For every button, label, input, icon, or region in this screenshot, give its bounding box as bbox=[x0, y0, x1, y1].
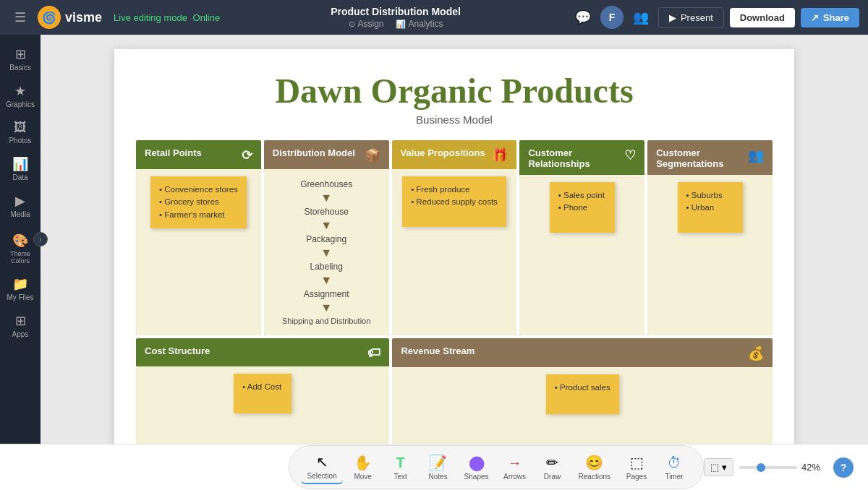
revenue-stream-note: • Product sales bbox=[546, 374, 619, 414]
tool-move[interactable]: ✋ Move bbox=[346, 451, 380, 483]
sidebar-label-media: Media bbox=[10, 210, 30, 218]
assign-link[interactable]: ⊙ Assign bbox=[349, 19, 384, 29]
customer-rel-label: Customer Relationships bbox=[528, 147, 624, 169]
revenue-stream-icon: 💰 bbox=[748, 345, 764, 361]
flow-arrow-4: ▼ bbox=[320, 275, 332, 286]
comment-icon[interactable]: 💬 bbox=[571, 6, 595, 29]
reactions-label: Reactions bbox=[579, 473, 610, 481]
sidebar-item-media[interactable]: ▶ Media bbox=[0, 187, 41, 224]
flow-assignment: Assignment bbox=[304, 288, 349, 301]
tool-text[interactable]: T Text bbox=[383, 452, 418, 483]
distribution-label: Distribution Model bbox=[273, 147, 355, 158]
tool-notes[interactable]: 📝 Notes bbox=[421, 451, 456, 483]
view-icon: ⬚ bbox=[710, 462, 719, 473]
cost-structure-icon: 🏷 bbox=[367, 345, 380, 361]
distribution-body: Greenhouses ▼ Storehouse ▼ Packaging ▼ L… bbox=[264, 169, 389, 335]
revenue-stream-cell[interactable]: Revenue Stream 💰 • Product sales bbox=[392, 338, 773, 444]
document-title: Product Distribution Model bbox=[331, 6, 461, 17]
distribution-cell[interactable]: Distribution Model 📦 Greenhouses ▼ Store… bbox=[264, 140, 389, 335]
value-props-icon: 🎁 bbox=[492, 147, 508, 163]
cost-structure-label: Cost Structure bbox=[145, 345, 210, 356]
shapes-label: Shapes bbox=[464, 473, 489, 481]
revenue-stream-label: Revenue Stream bbox=[401, 345, 475, 356]
reactions-icon: 😊 bbox=[585, 454, 603, 471]
sidebar-item-photos[interactable]: 🖼 Photos bbox=[0, 114, 41, 150]
bm-bottom-row: Cost Structure 🏷 • Add Cost Revenue Str bbox=[136, 338, 773, 444]
help-button[interactable]: ? bbox=[833, 457, 854, 478]
user-avatar: F bbox=[600, 6, 624, 29]
tool-shapes[interactable]: ⬤ Shapes bbox=[459, 451, 495, 483]
photos-icon: 🖼 bbox=[14, 120, 27, 135]
retail-points-body: • Convenience stores• Grocery stores• Fa… bbox=[136, 169, 261, 335]
zoom-slider[interactable] bbox=[739, 466, 797, 469]
canvas-area: Dawn Organic Products Business Model Ret… bbox=[41, 35, 868, 444]
tool-pages[interactable]: ⬚ Pages bbox=[619, 451, 654, 483]
menu-icon[interactable]: ☰ bbox=[9, 6, 32, 29]
share-icon: ↗ bbox=[811, 12, 819, 23]
customer-rel-cell[interactable]: Customer Relationships ♡ • Sales point• … bbox=[519, 140, 644, 335]
timer-icon: ⏱ bbox=[667, 455, 681, 471]
customer-seg-label: Customer Segmentations bbox=[656, 147, 748, 169]
sidebar: ⊞ Basics ★ Graphics 🖼 Photos 📊 Data ▶ Me… bbox=[0, 35, 41, 444]
tool-draw[interactable]: ✏ Draw bbox=[535, 451, 570, 483]
share-users-icon[interactable]: 👥 bbox=[629, 6, 652, 29]
view-chevron-icon: ▾ bbox=[722, 462, 727, 473]
selection-label: Selection bbox=[307, 472, 336, 480]
customer-rel-header: Customer Relationships ♡ bbox=[519, 140, 644, 175]
tool-arrows[interactable]: → Arrows bbox=[498, 452, 532, 483]
move-label: Move bbox=[354, 473, 371, 481]
canvas: Dawn Organic Products Business Model Ret… bbox=[114, 49, 794, 444]
sidebar-item-data[interactable]: 📊 Data bbox=[0, 150, 41, 187]
media-icon: ▶ bbox=[15, 193, 25, 209]
distribution-icon: 📦 bbox=[365, 147, 380, 163]
analytics-link[interactable]: 📊 Analytics bbox=[396, 19, 443, 29]
sidebar-item-graphics[interactable]: ★ Graphics bbox=[0, 77, 41, 114]
share-button[interactable]: ↗ Share bbox=[801, 8, 859, 27]
main-area: ⊞ Basics ★ Graphics 🖼 Photos 📊 Data ▶ Me… bbox=[0, 35, 868, 444]
flow-greenhouses: Greenhouses bbox=[300, 178, 352, 191]
customer-seg-header: Customer Segmentations 👥 bbox=[647, 140, 773, 175]
tool-selection[interactable]: ↖ Selection bbox=[301, 450, 342, 484]
sidebar-item-apps[interactable]: ⊞ Apps bbox=[0, 307, 41, 344]
cost-structure-body: • Add Cost bbox=[136, 366, 389, 444]
sidebar-collapse-btn[interactable]: › bbox=[33, 232, 48, 246]
value-props-cell[interactable]: Value Propositions 🎁 • Fresh produce• Re… bbox=[392, 140, 517, 335]
sidebar-item-myfiles[interactable]: 📁 My Files bbox=[0, 270, 41, 307]
sidebar-label-basics: Basics bbox=[9, 64, 30, 72]
retail-points-icon: ⟳ bbox=[242, 147, 252, 163]
retail-points-cell[interactable]: Retail Points ⟳ • Convenience stores• Gr… bbox=[136, 140, 261, 335]
editing-status: Live editing mode Online bbox=[114, 12, 220, 23]
tool-timer[interactable]: ⏱ Timer bbox=[657, 452, 692, 483]
arrows-label: Arrows bbox=[503, 473, 526, 481]
customer-seg-cell[interactable]: Customer Segmentations 👥 • Suburbs• Urba… bbox=[647, 140, 773, 335]
value-props-label: Value Propositions bbox=[401, 147, 485, 158]
customer-seg-body: • Suburbs• Urban bbox=[647, 175, 773, 335]
present-button[interactable]: ▶ Present bbox=[658, 7, 724, 28]
topbar-actions: 💬 F 👥 ▶ Present Download ↗ Share bbox=[571, 6, 859, 29]
retail-points-header: Retail Points ⟳ bbox=[136, 140, 261, 169]
sidebar-label-theme: Theme Colors bbox=[3, 250, 38, 265]
tool-reactions[interactable]: 😊 Reactions bbox=[573, 451, 616, 483]
flow-storehouse: Storehouse bbox=[305, 205, 349, 218]
notes-label: Notes bbox=[429, 473, 448, 481]
topbar-subtitle: ⊙ Assign 📊 Analytics bbox=[349, 19, 443, 29]
topbar-center: Product Distribution Model ⊙ Assign 📊 An… bbox=[226, 6, 566, 29]
flow-labeling: Labeling bbox=[310, 260, 343, 273]
sidebar-label-photos: Photos bbox=[9, 137, 31, 145]
customer-rel-body: • Sales point• Phone bbox=[519, 175, 644, 335]
myfiles-icon: 📁 bbox=[12, 276, 28, 292]
sidebar-item-theme[interactable]: 🎨 Theme Colors bbox=[0, 227, 41, 270]
sidebar-label-apps: Apps bbox=[12, 330, 29, 338]
text-icon: T bbox=[396, 455, 405, 471]
download-button[interactable]: Download bbox=[730, 8, 795, 27]
app-name: visme bbox=[65, 10, 102, 25]
apps-icon: ⊞ bbox=[15, 313, 26, 329]
view-toggle-button[interactable]: ⬚ ▾ bbox=[704, 458, 733, 476]
flow-arrow-5: ▼ bbox=[320, 302, 332, 314]
shapes-icon: ⬤ bbox=[469, 454, 485, 471]
sidebar-item-basics[interactable]: ⊞ Basics bbox=[0, 40, 41, 77]
cost-structure-cell[interactable]: Cost Structure 🏷 • Add Cost bbox=[136, 338, 389, 444]
sidebar-label-graphics: Graphics bbox=[6, 100, 35, 108]
toolbar-tools: ↖ Selection ✋ Move T Text 📝 Notes ⬤ Shap… bbox=[289, 445, 704, 489]
document-heading: Dawn Organic Products bbox=[136, 71, 773, 111]
